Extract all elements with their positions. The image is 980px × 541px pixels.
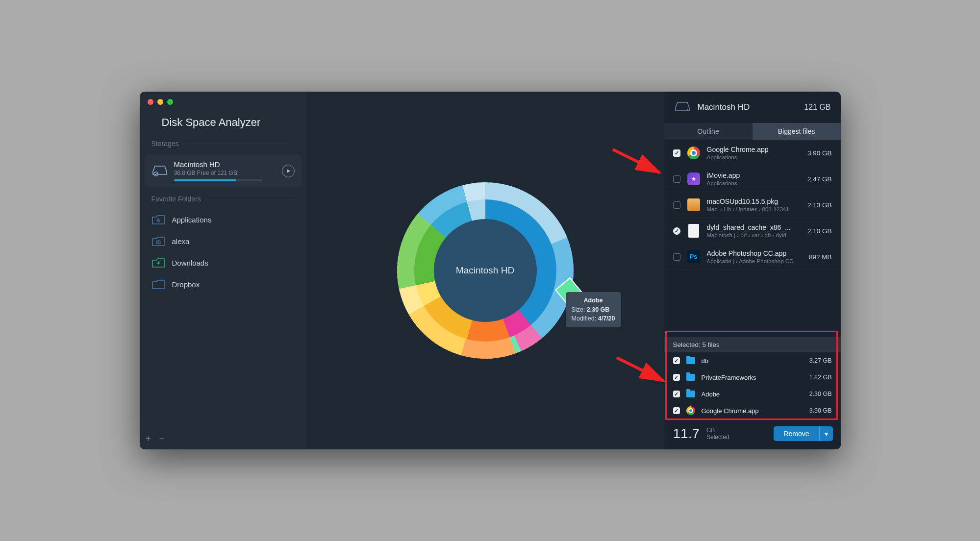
selected-size: 3.27 GB [809, 357, 832, 364]
pkg-icon [686, 197, 701, 212]
file-row[interactable]: Google Chrome.app Applications 3.90 GB [664, 140, 841, 166]
scan-button[interactable] [282, 165, 295, 177]
folder-icon [151, 278, 165, 290]
selected-row[interactable]: db 3.27 GB [664, 352, 841, 369]
doc-icon [686, 223, 701, 238]
right-disk-name: Macintosh HD [698, 102, 798, 112]
sunburst-center[interactable]: Macintosh HD [434, 219, 537, 322]
file-meta: dyld_shared_cache_x86_... Macintosh | › … [707, 223, 802, 238]
disk-icon [674, 100, 691, 114]
file-path: Applicatio | › Adobe Photoshop CC [707, 258, 803, 264]
annotation-arrow-1 [610, 146, 664, 180]
sidebar: Disk Space Analyzer Storages Macintosh H… [140, 92, 306, 449]
storage-info: Macintosh HD 36.0 GB Free of 121 GB [174, 160, 276, 181]
file-meta: iMovie.app Applications [707, 172, 802, 186]
right-footer: 11.7 GB Selected Remove ▾ [664, 419, 841, 449]
right-header: Macintosh HD 121 GB [664, 92, 841, 123]
remove-dropdown-icon[interactable]: ▾ [819, 426, 833, 441]
selected-size: 3.90 GB [809, 407, 832, 414]
downloads-folder-icon [151, 257, 165, 269]
selected-checkbox[interactable] [673, 357, 680, 364]
svg-line-2 [613, 149, 659, 172]
app-window: Disk Space Analyzer Storages Macintosh H… [140, 92, 841, 449]
file-name: macOSUpd10.15.5.pkg [707, 197, 802, 205]
file-row[interactable]: ★ iMovie.app Applications 2.47 GB [664, 166, 841, 192]
selected-row[interactable]: Adobe 2.30 GB [664, 386, 841, 402]
folder-icon [686, 389, 696, 399]
folder-icon [686, 356, 696, 366]
tooltip-modified: 4/7/20 [598, 315, 615, 322]
remove-favorite-button[interactable]: − [159, 433, 165, 444]
favorites-section-label: Favorite Folders [140, 195, 306, 206]
tooltip-size: 2.30 GB [587, 306, 610, 313]
favorite-label: alexa [172, 237, 190, 246]
apps-folder-icon [151, 214, 165, 225]
annotation-arrow-2 [614, 354, 668, 388]
storage-usage-bar [174, 179, 262, 181]
favorite-label: Dropbox [172, 280, 200, 289]
home-folder-icon [151, 235, 165, 247]
file-checkbox[interactable] [673, 227, 680, 235]
tooltip-name: Adobe [584, 297, 603, 304]
file-name: Adobe Photoshop CC.app [707, 249, 803, 257]
right-disk-size: 121 GB [804, 103, 830, 112]
file-checkbox[interactable] [673, 149, 680, 157]
file-row[interactable]: macOSUpd10.15.5.pkg Maci › Lib › Updates… [664, 192, 841, 218]
tooltip-modified-label: Modified: [572, 315, 597, 322]
add-favorite-button[interactable]: + [146, 433, 151, 444]
storages-section-label: Storages [140, 140, 306, 150]
selected-total: 11.7 [673, 426, 700, 442]
selected-unit: GB [706, 427, 729, 434]
storage-subtitle: 36.0 GB Free of 121 GB [174, 170, 276, 176]
storage-card-macintosh-hd[interactable]: Macintosh HD 36.0 GB Free of 121 GB [145, 154, 302, 187]
sunburst-chart[interactable]: Macintosh HD [358, 143, 613, 398]
selected-size: 2.30 GB [809, 391, 832, 397]
selected-name: PrivateFrameworks [702, 374, 804, 381]
ps-icon: Ps [686, 249, 701, 264]
favorite-dropbox[interactable]: Dropbox [146, 273, 301, 295]
favorite-home[interactable]: alexa [146, 230, 301, 252]
file-meta: Google Chrome.app Applications [707, 146, 802, 160]
file-meta: macOSUpd10.15.5.pkg Maci › Lib › Updates… [707, 197, 802, 212]
selected-name: db [702, 357, 804, 365]
tooltip-size-label: Size: [572, 306, 585, 313]
file-checkbox[interactable] [673, 201, 680, 209]
selected-row[interactable]: Google Chrome.app 3.90 GB [664, 402, 841, 419]
biggest-files-list: Google Chrome.app Applications 3.90 GB ★… [664, 140, 841, 270]
file-checkbox[interactable] [673, 175, 680, 183]
favorite-label: Downloads [172, 259, 208, 267]
tab-outline[interactable]: Outline [664, 123, 753, 140]
favorite-folders-list: Applications alexa Downloads Dropbox [140, 206, 306, 298]
favorite-applications[interactable]: Applications [146, 209, 301, 230]
sunburst-center-label: Macintosh HD [456, 265, 514, 276]
file-path: Applications [707, 180, 802, 186]
selected-checkbox[interactable] [673, 374, 680, 381]
selected-size: 1.82 GB [809, 374, 832, 381]
file-size: 892 MB [809, 253, 832, 261]
selected-checkbox[interactable] [673, 391, 680, 397]
file-name: Google Chrome.app [707, 146, 802, 153]
selected-name: Adobe [702, 391, 804, 398]
remove-button-label: Remove [774, 426, 819, 441]
imovie-icon: ★ [686, 172, 701, 186]
disk-icon [151, 163, 168, 179]
file-name: iMovie.app [707, 172, 802, 179]
file-checkbox[interactable] [673, 253, 680, 261]
storage-name: Macintosh HD [174, 160, 276, 169]
chrome-icon [686, 406, 696, 416]
selected-checkbox[interactable] [673, 407, 680, 414]
favorite-downloads[interactable]: Downloads [146, 252, 301, 273]
selected-label: Selected [706, 434, 729, 441]
tab-biggest-files[interactable]: Biggest files [753, 123, 841, 140]
selected-row[interactable]: PrivateFrameworks 1.82 GB [664, 369, 841, 386]
file-size: 2.13 GB [807, 201, 832, 209]
selected-header: Selected: 5 files [664, 337, 841, 352]
file-path: Applications [707, 154, 802, 160]
file-path: Maci › Lib › Updates › 001-12341 [707, 206, 802, 212]
svg-point-1 [686, 109, 687, 110]
file-row[interactable]: Ps Adobe Photoshop CC.app Applicatio | ›… [664, 244, 841, 270]
file-size: 2.47 GB [807, 175, 832, 183]
svg-line-3 [617, 358, 663, 381]
file-row[interactable]: dyld_shared_cache_x86_... Macintosh | › … [664, 218, 841, 244]
remove-button[interactable]: Remove ▾ [774, 426, 832, 441]
